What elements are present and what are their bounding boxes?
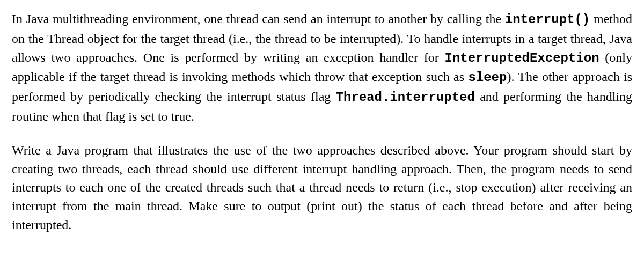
body-text: Write a Java program that illustrates th…	[12, 143, 632, 232]
code-text: interrupt()	[505, 12, 590, 27]
body-text: In Java multithreading environment, one …	[12, 12, 505, 26]
code-text: sleep	[468, 70, 507, 85]
code-text: Thread.interrupted	[336, 90, 475, 105]
document-body: In Java multithreading environment, one …	[12, 10, 632, 234]
paragraph: Write a Java program that illustrates th…	[12, 141, 632, 234]
paragraph: In Java multithreading environment, one …	[12, 10, 632, 126]
code-text: InterruptedException	[445, 51, 599, 65]
